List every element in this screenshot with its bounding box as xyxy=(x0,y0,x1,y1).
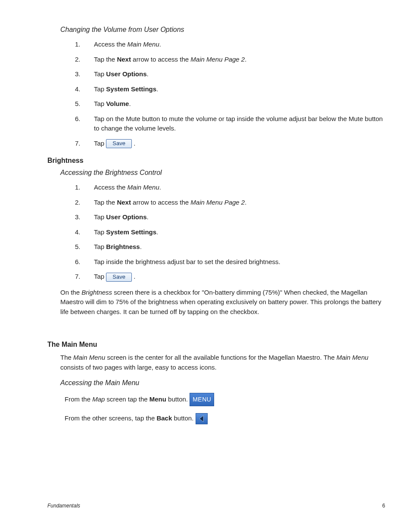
footer-section-name: Fundamentals xyxy=(47,503,80,509)
step-number: 5. xyxy=(75,242,94,252)
mainmenu-line-1: From the Map screen tap the Menu button.… xyxy=(65,393,385,406)
step: 3.Tap User Options. xyxy=(47,69,385,79)
back-arrow-icon xyxy=(198,415,205,423)
step-number: 2. xyxy=(75,198,94,208)
menu-button[interactable]: MENU xyxy=(190,393,214,406)
step: 1.Access the Main Menu. xyxy=(47,40,385,50)
step: 3.Tap User Options. xyxy=(47,212,385,222)
section-heading-brightness: Brightness xyxy=(47,157,385,165)
page-footer: Fundamentals 6 xyxy=(47,503,385,509)
step-number: 7. xyxy=(75,139,94,149)
mainmenu-line-2: From the other screens, tap the Back but… xyxy=(65,412,385,424)
step: 1.Access the Main Menu. xyxy=(47,183,385,193)
brightness-note: On the Brightness screen there is a chec… xyxy=(60,288,385,317)
subsection-heading-accessing-mainmenu: Accessing the Main Menu xyxy=(60,379,385,387)
save-button[interactable]: Save xyxy=(106,273,132,282)
step-number: 1. xyxy=(75,183,94,193)
step: 4.Tap System Settings. xyxy=(47,84,385,94)
step-number: 4. xyxy=(75,84,94,94)
step: 2.Tap the Next arrow to access the Main … xyxy=(47,198,385,208)
step-number: 3. xyxy=(75,69,94,79)
step: 7.Tap Save . xyxy=(47,272,385,282)
save-button[interactable]: Save xyxy=(106,139,132,148)
step: 6.Tap on the Mute button to mute the vol… xyxy=(47,114,385,134)
step: 2.Tap the Next arrow to access the Main … xyxy=(47,55,385,65)
step-number: 1. xyxy=(75,40,94,50)
svg-marker-0 xyxy=(199,416,203,422)
step-number: 6. xyxy=(75,257,94,267)
step-number: 6. xyxy=(75,114,94,124)
step-number: 7. xyxy=(75,272,94,282)
volume-steps: 1.Access the Main Menu. 2.Tap the Next a… xyxy=(47,40,385,148)
footer-page-number: 6 xyxy=(382,503,385,509)
brightness-steps: 1.Access the Main Menu. 2.Tap the Next a… xyxy=(47,183,385,282)
step-number: 5. xyxy=(75,99,94,109)
step-number: 4. xyxy=(75,227,94,237)
step-number: 2. xyxy=(75,55,94,65)
step: 4.Tap System Settings. xyxy=(47,227,385,237)
step: 5.Tap Brightness. xyxy=(47,242,385,252)
step: 7.Tap Save . xyxy=(47,139,385,149)
step-number: 3. xyxy=(75,212,94,222)
subsection-heading-volume: Changing the Volume from User Options xyxy=(60,26,385,34)
step: 5.Tap Volume. xyxy=(47,99,385,109)
step: 6.Tap inside the brightness adjust bar t… xyxy=(47,257,385,267)
subsection-heading-brightness: Accessing the Brightness Control xyxy=(60,169,385,177)
section-heading-mainmenu: The Main Menu xyxy=(47,341,385,348)
mainmenu-para: The Main Menu screen is the center for a… xyxy=(60,353,385,372)
back-button[interactable] xyxy=(196,413,208,424)
